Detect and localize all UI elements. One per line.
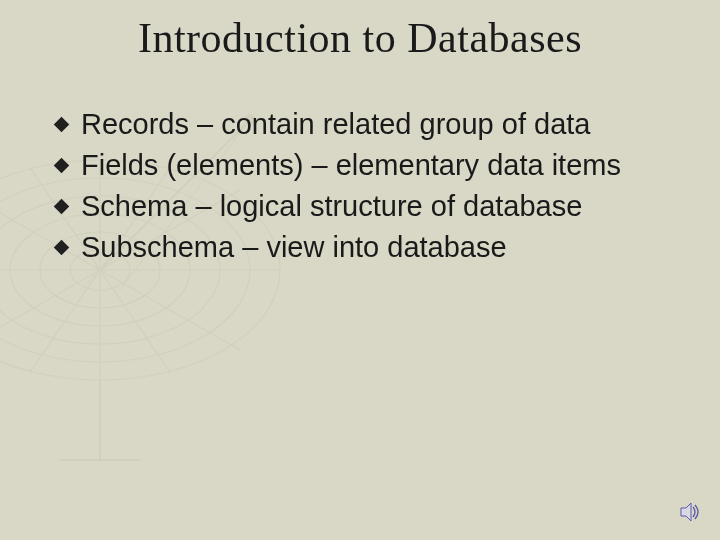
bullet-text: Fields (elements) – elementary data item… — [81, 146, 680, 185]
list-item: Subschema – view into database — [56, 228, 680, 267]
bullet-diamond-icon — [54, 199, 70, 215]
bullet-text: Subschema – view into database — [81, 228, 680, 267]
bullet-diamond-icon — [54, 117, 70, 133]
sound-icon[interactable] — [680, 502, 702, 526]
list-item: Records – contain related group of data — [56, 105, 680, 144]
list-item: Schema – logical structure of database — [56, 187, 680, 226]
bullet-list: Records – contain related group of data … — [56, 105, 680, 270]
bullet-diamond-icon — [54, 158, 70, 174]
svg-marker-18 — [681, 503, 691, 521]
slide-title: Introduction to Databases — [0, 14, 720, 62]
bullet-text: Records – contain related group of data — [81, 105, 680, 144]
bullet-diamond-icon — [54, 240, 70, 256]
bullet-text: Schema – logical structure of database — [81, 187, 680, 226]
slide: Introduction to Databases Records – cont… — [0, 0, 720, 540]
list-item: Fields (elements) – elementary data item… — [56, 146, 680, 185]
